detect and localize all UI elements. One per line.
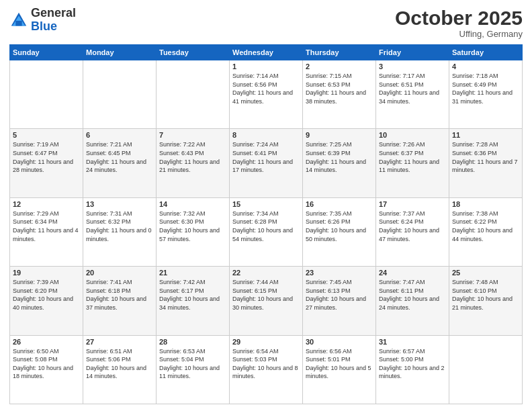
header: General Blue October 2025 Uffing, German… [9, 7, 523, 39]
cell-2-3: 15Sunrise: 7:34 AM Sunset: 6:28 PM Dayli… [230, 197, 303, 266]
cell-1-3: 8Sunrise: 7:24 AM Sunset: 6:41 PM Daylig… [230, 129, 303, 197]
cell-3-1: 20Sunrise: 7:41 AM Sunset: 6:18 PM Dayli… [83, 267, 157, 335]
cell-2-5: 17Sunrise: 7:37 AM Sunset: 6:24 PM Dayli… [376, 197, 449, 266]
cell-3-0: 19Sunrise: 7:39 AM Sunset: 6:20 PM Dayli… [10, 267, 83, 335]
cell-4-3: 29Sunrise: 6:54 AM Sunset: 5:03 PM Dayli… [230, 335, 303, 404]
week-row-4: 26Sunrise: 6:50 AM Sunset: 5:08 PM Dayli… [10, 335, 523, 404]
day-number-1-1: 6 [86, 131, 153, 139]
day-number-2-3: 15 [232, 200, 300, 208]
cell-info-1-6: Sunrise: 7:28 AM Sunset: 6:36 PM Dayligh… [452, 140, 519, 174]
col-wednesday: Wednesday [230, 45, 303, 60]
cell-info-4-4: Sunrise: 6:56 AM Sunset: 5:01 PM Dayligh… [306, 347, 373, 381]
logo-blue: Blue [31, 19, 57, 33]
month-title: October 2025 [395, 7, 523, 29]
cell-info-0-4: Sunrise: 7:15 AM Sunset: 6:53 PM Dayligh… [306, 72, 373, 105]
cell-info-0-5: Sunrise: 7:17 AM Sunset: 6:51 PM Dayligh… [379, 72, 446, 105]
day-number-2-4: 16 [306, 200, 373, 208]
week-row-1: 5Sunrise: 7:19 AM Sunset: 6:47 PM Daylig… [10, 129, 523, 197]
cell-info-1-0: Sunrise: 7:19 AM Sunset: 6:47 PM Dayligh… [13, 140, 80, 174]
day-number-4-4: 30 [306, 338, 373, 346]
cell-4-4: 30Sunrise: 6:56 AM Sunset: 5:01 PM Dayli… [303, 335, 376, 404]
day-number-1-3: 8 [232, 131, 300, 139]
day-number-1-2: 7 [159, 131, 226, 139]
cell-0-0 [10, 60, 83, 129]
day-number-4-1: 27 [86, 338, 153, 346]
cell-info-3-1: Sunrise: 7:41 AM Sunset: 6:18 PM Dayligh… [86, 278, 153, 312]
cell-info-2-6: Sunrise: 7:38 AM Sunset: 6:22 PM Dayligh… [452, 210, 519, 243]
svg-rect-2 [15, 21, 21, 26]
page: General Blue October 2025 Uffing, German… [0, 0, 532, 411]
col-thursday: Thursday [303, 45, 376, 60]
cell-info-4-2: Sunrise: 6:53 AM Sunset: 5:04 PM Dayligh… [159, 347, 226, 381]
cell-3-6: 25Sunrise: 7:48 AM Sunset: 6:10 PM Dayli… [449, 267, 523, 335]
cell-info-2-3: Sunrise: 7:34 AM Sunset: 6:28 PM Dayligh… [232, 210, 300, 243]
cell-info-3-3: Sunrise: 7:44 AM Sunset: 6:15 PM Dayligh… [232, 278, 300, 312]
col-saturday: Saturday [449, 45, 523, 60]
cell-4-0: 26Sunrise: 6:50 AM Sunset: 5:08 PM Dayli… [10, 335, 83, 404]
cell-3-3: 22Sunrise: 7:44 AM Sunset: 6:15 PM Dayli… [230, 267, 303, 335]
cell-info-4-5: Sunrise: 6:57 AM Sunset: 5:00 PM Dayligh… [379, 347, 446, 381]
cell-info-3-0: Sunrise: 7:39 AM Sunset: 6:20 PM Dayligh… [13, 278, 80, 312]
cell-info-2-5: Sunrise: 7:37 AM Sunset: 6:24 PM Dayligh… [379, 210, 446, 243]
cell-2-1: 13Sunrise: 7:31 AM Sunset: 6:32 PM Dayli… [83, 197, 157, 266]
day-number-4-0: 26 [13, 338, 80, 346]
day-number-3-0: 19 [13, 269, 80, 277]
calendar-table: Sunday Monday Tuesday Wednesday Thursday… [9, 44, 523, 404]
day-number-1-0: 5 [13, 131, 80, 139]
cell-1-0: 5Sunrise: 7:19 AM Sunset: 6:47 PM Daylig… [10, 129, 83, 197]
cell-0-6: 4Sunrise: 7:18 AM Sunset: 6:49 PM Daylig… [449, 60, 523, 129]
cell-3-2: 21Sunrise: 7:42 AM Sunset: 6:17 PM Dayli… [157, 267, 230, 335]
day-number-3-5: 24 [379, 269, 446, 277]
col-friday: Friday [376, 45, 449, 60]
cell-1-2: 7Sunrise: 7:22 AM Sunset: 6:43 PM Daylig… [157, 129, 230, 197]
cell-3-5: 24Sunrise: 7:47 AM Sunset: 6:11 PM Dayli… [376, 267, 449, 335]
cell-info-4-1: Sunrise: 6:51 AM Sunset: 5:06 PM Dayligh… [86, 347, 153, 381]
day-number-4-2: 28 [159, 338, 226, 346]
cell-4-1: 27Sunrise: 6:51 AM Sunset: 5:06 PM Dayli… [83, 335, 157, 404]
logo-general: General [31, 6, 76, 19]
cell-info-1-5: Sunrise: 7:26 AM Sunset: 6:37 PM Dayligh… [379, 140, 446, 174]
header-row: Sunday Monday Tuesday Wednesday Thursday… [10, 45, 523, 60]
day-number-2-2: 14 [159, 200, 226, 208]
cell-info-2-4: Sunrise: 7:35 AM Sunset: 6:26 PM Dayligh… [306, 210, 373, 243]
cell-info-2-1: Sunrise: 7:31 AM Sunset: 6:32 PM Dayligh… [86, 210, 153, 243]
day-number-0-6: 4 [452, 62, 519, 71]
col-monday: Monday [83, 45, 157, 60]
cell-info-1-2: Sunrise: 7:22 AM Sunset: 6:43 PM Dayligh… [159, 140, 226, 174]
day-number-2-6: 18 [452, 200, 519, 208]
cell-info-4-3: Sunrise: 6:54 AM Sunset: 5:03 PM Dayligh… [232, 347, 300, 381]
day-number-3-3: 22 [232, 269, 300, 277]
day-number-1-4: 9 [306, 131, 373, 139]
logo-text: General Blue [31, 7, 76, 34]
cell-2-6: 18Sunrise: 7:38 AM Sunset: 6:22 PM Dayli… [449, 197, 523, 266]
col-tuesday: Tuesday [157, 45, 230, 60]
cell-4-5: 31Sunrise: 6:57 AM Sunset: 5:00 PM Dayli… [376, 335, 449, 404]
cell-info-2-0: Sunrise: 7:29 AM Sunset: 6:34 PM Dayligh… [13, 210, 80, 243]
cell-0-1 [83, 60, 157, 129]
cell-info-0-3: Sunrise: 7:14 AM Sunset: 6:56 PM Dayligh… [232, 72, 300, 105]
day-number-2-0: 12 [13, 200, 80, 208]
title-area: October 2025 Uffing, Germany [395, 7, 523, 39]
cell-1-4: 9Sunrise: 7:25 AM Sunset: 6:39 PM Daylig… [303, 129, 376, 197]
cell-info-1-4: Sunrise: 7:25 AM Sunset: 6:39 PM Dayligh… [306, 140, 373, 174]
logo-icon [9, 11, 28, 30]
cell-0-5: 3Sunrise: 7:17 AM Sunset: 6:51 PM Daylig… [376, 60, 449, 129]
cell-info-1-1: Sunrise: 7:21 AM Sunset: 6:45 PM Dayligh… [86, 140, 153, 174]
day-number-2-5: 17 [379, 200, 446, 208]
day-number-0-5: 3 [379, 62, 446, 71]
cell-0-2 [157, 60, 230, 129]
cell-info-0-6: Sunrise: 7:18 AM Sunset: 6:49 PM Dayligh… [452, 72, 519, 105]
day-number-1-5: 10 [379, 131, 446, 139]
day-number-4-3: 29 [232, 338, 300, 346]
cell-info-4-0: Sunrise: 6:50 AM Sunset: 5:08 PM Dayligh… [13, 347, 80, 381]
cell-4-2: 28Sunrise: 6:53 AM Sunset: 5:04 PM Dayli… [157, 335, 230, 404]
day-number-3-6: 25 [452, 269, 519, 277]
day-number-3-4: 23 [306, 269, 373, 277]
day-number-3-1: 20 [86, 269, 153, 277]
location-subtitle: Uffing, Germany [395, 29, 523, 39]
day-number-1-6: 11 [452, 131, 519, 139]
day-number-4-5: 31 [379, 338, 446, 346]
cell-info-3-2: Sunrise: 7:42 AM Sunset: 6:17 PM Dayligh… [159, 278, 226, 312]
cell-1-6: 11Sunrise: 7:28 AM Sunset: 6:36 PM Dayli… [449, 129, 523, 197]
cell-info-3-5: Sunrise: 7:47 AM Sunset: 6:11 PM Dayligh… [379, 278, 446, 312]
